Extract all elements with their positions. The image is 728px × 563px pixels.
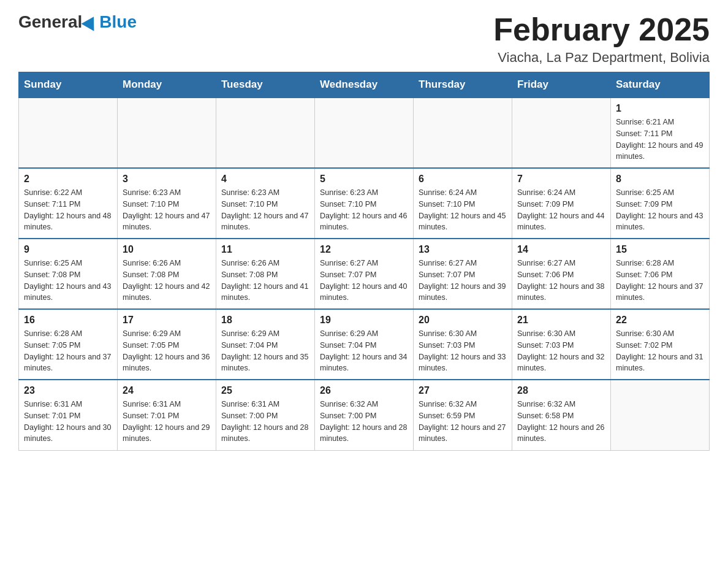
- calendar-cell: 14Sunrise: 6:27 AMSunset: 7:06 PMDayligh…: [512, 239, 611, 309]
- day-number: 20: [419, 315, 507, 326]
- calendar-cell: 8Sunrise: 6:25 AMSunset: 7:09 PMDaylight…: [611, 168, 710, 239]
- calendar-cell: 5Sunrise: 6:23 AMSunset: 7:10 PMDaylight…: [315, 168, 414, 239]
- day-number: 6: [419, 174, 507, 185]
- logo: General Blue: [18, 12, 137, 32]
- calendar-header-saturday: Saturday: [611, 72, 710, 98]
- day-number: 15: [616, 244, 704, 255]
- calendar-week-row: 9Sunrise: 6:25 AMSunset: 7:08 PMDaylight…: [19, 239, 710, 309]
- day-info: Sunrise: 6:32 AMSunset: 6:58 PMDaylight:…: [517, 399, 605, 445]
- day-info: Sunrise: 6:31 AMSunset: 7:01 PMDaylight:…: [123, 399, 211, 445]
- day-number: 26: [320, 385, 408, 396]
- calendar-cell: 3Sunrise: 6:23 AMSunset: 7:10 PMDaylight…: [118, 168, 216, 239]
- day-info: Sunrise: 6:30 AMSunset: 7:03 PMDaylight:…: [419, 328, 507, 374]
- calendar-cell: 26Sunrise: 6:32 AMSunset: 7:00 PMDayligh…: [315, 380, 414, 450]
- day-info: Sunrise: 6:27 AMSunset: 7:06 PMDaylight:…: [517, 258, 605, 304]
- day-info: Sunrise: 6:29 AMSunset: 7:04 PMDaylight:…: [320, 328, 408, 374]
- day-number: 19: [320, 315, 408, 326]
- calendar-cell: 2Sunrise: 6:22 AMSunset: 7:11 PMDaylight…: [19, 168, 118, 239]
- calendar-header-row: SundayMondayTuesdayWednesdayThursdayFrid…: [19, 72, 710, 98]
- day-number: 8: [616, 174, 704, 185]
- day-info: Sunrise: 6:31 AMSunset: 7:00 PMDaylight:…: [221, 399, 309, 445]
- day-number: 10: [123, 244, 211, 255]
- calendar-cell: 24Sunrise: 6:31 AMSunset: 7:01 PMDayligh…: [118, 380, 216, 450]
- day-number: 16: [24, 315, 112, 326]
- title-block: February 2025 Viacha, La Paz Department,…: [493, 12, 710, 66]
- day-number: 13: [419, 244, 507, 255]
- day-info: Sunrise: 6:25 AMSunset: 7:09 PMDaylight:…: [616, 187, 704, 233]
- day-info: Sunrise: 6:27 AMSunset: 7:07 PMDaylight:…: [320, 258, 408, 304]
- calendar-cell: 1Sunrise: 6:21 AMSunset: 7:11 PMDaylight…: [611, 98, 710, 168]
- calendar-week-row: 2Sunrise: 6:22 AMSunset: 7:11 PMDaylight…: [19, 168, 710, 239]
- page-header: General Blue February 2025 Viacha, La Pa…: [18, 12, 710, 66]
- calendar-cell: 16Sunrise: 6:28 AMSunset: 7:05 PMDayligh…: [19, 309, 118, 380]
- day-info: Sunrise: 6:30 AMSunset: 7:02 PMDaylight:…: [616, 328, 704, 374]
- calendar-cell: 4Sunrise: 6:23 AMSunset: 7:10 PMDaylight…: [216, 168, 315, 239]
- day-info: Sunrise: 6:31 AMSunset: 7:01 PMDaylight:…: [24, 399, 112, 445]
- month-title: February 2025: [493, 12, 710, 47]
- calendar-cell: [414, 98, 512, 168]
- day-number: 5: [320, 174, 408, 185]
- day-number: 24: [123, 385, 211, 396]
- day-info: Sunrise: 6:25 AMSunset: 7:08 PMDaylight:…: [24, 258, 112, 304]
- day-info: Sunrise: 6:28 AMSunset: 7:06 PMDaylight:…: [616, 258, 704, 304]
- calendar-cell: [118, 98, 216, 168]
- calendar-cell: 13Sunrise: 6:27 AMSunset: 7:07 PMDayligh…: [414, 239, 512, 309]
- calendar-cell: [19, 98, 118, 168]
- day-info: Sunrise: 6:23 AMSunset: 7:10 PMDaylight:…: [320, 187, 408, 233]
- day-info: Sunrise: 6:29 AMSunset: 7:05 PMDaylight:…: [123, 328, 211, 374]
- calendar-cell: 25Sunrise: 6:31 AMSunset: 7:00 PMDayligh…: [216, 380, 315, 450]
- day-number: 7: [517, 174, 605, 185]
- day-number: 25: [221, 385, 309, 396]
- day-number: 17: [123, 315, 211, 326]
- day-number: 3: [123, 174, 211, 185]
- day-info: Sunrise: 6:24 AMSunset: 7:09 PMDaylight:…: [517, 187, 605, 233]
- day-number: 21: [517, 315, 605, 326]
- day-info: Sunrise: 6:30 AMSunset: 7:03 PMDaylight:…: [517, 328, 605, 374]
- day-number: 18: [221, 315, 309, 326]
- calendar-cell: 27Sunrise: 6:32 AMSunset: 6:59 PMDayligh…: [414, 380, 512, 450]
- calendar-week-row: 1Sunrise: 6:21 AMSunset: 7:11 PMDaylight…: [19, 98, 710, 168]
- calendar-cell: 6Sunrise: 6:24 AMSunset: 7:10 PMDaylight…: [414, 168, 512, 239]
- day-info: Sunrise: 6:29 AMSunset: 7:04 PMDaylight:…: [221, 328, 309, 374]
- location-title: Viacha, La Paz Department, Bolivia: [493, 50, 710, 66]
- day-number: 14: [517, 244, 605, 255]
- day-number: 22: [616, 315, 704, 326]
- day-number: 9: [24, 244, 112, 255]
- calendar-header-wednesday: Wednesday: [315, 72, 414, 98]
- day-number: 28: [517, 385, 605, 396]
- day-info: Sunrise: 6:22 AMSunset: 7:11 PMDaylight:…: [24, 187, 112, 233]
- calendar-cell: 22Sunrise: 6:30 AMSunset: 7:02 PMDayligh…: [611, 309, 710, 380]
- day-info: Sunrise: 6:28 AMSunset: 7:05 PMDaylight:…: [24, 328, 112, 374]
- calendar-cell: 10Sunrise: 6:26 AMSunset: 7:08 PMDayligh…: [118, 239, 216, 309]
- calendar-cell: 19Sunrise: 6:29 AMSunset: 7:04 PMDayligh…: [315, 309, 414, 380]
- logo-general: General: [18, 12, 82, 32]
- calendar-table: SundayMondayTuesdayWednesdayThursdayFrid…: [18, 72, 710, 451]
- calendar-cell: [611, 380, 710, 450]
- day-number: 23: [24, 385, 112, 396]
- logo-triangle-icon: [82, 13, 100, 31]
- calendar-cell: 20Sunrise: 6:30 AMSunset: 7:03 PMDayligh…: [414, 309, 512, 380]
- calendar-cell: 15Sunrise: 6:28 AMSunset: 7:06 PMDayligh…: [611, 239, 710, 309]
- day-info: Sunrise: 6:26 AMSunset: 7:08 PMDaylight:…: [221, 258, 309, 304]
- day-number: 12: [320, 244, 408, 255]
- calendar-cell: 18Sunrise: 6:29 AMSunset: 7:04 PMDayligh…: [216, 309, 315, 380]
- day-number: 2: [24, 174, 112, 185]
- calendar-cell: [216, 98, 315, 168]
- calendar-cell: 28Sunrise: 6:32 AMSunset: 6:58 PMDayligh…: [512, 380, 611, 450]
- calendar-cell: 11Sunrise: 6:26 AMSunset: 7:08 PMDayligh…: [216, 239, 315, 309]
- calendar-cell: 9Sunrise: 6:25 AMSunset: 7:08 PMDaylight…: [19, 239, 118, 309]
- day-info: Sunrise: 6:23 AMSunset: 7:10 PMDaylight:…: [221, 187, 309, 233]
- calendar-cell: 23Sunrise: 6:31 AMSunset: 7:01 PMDayligh…: [19, 380, 118, 450]
- logo-blue: Blue: [99, 12, 137, 32]
- calendar-cell: 7Sunrise: 6:24 AMSunset: 7:09 PMDaylight…: [512, 168, 611, 239]
- calendar-cell: 12Sunrise: 6:27 AMSunset: 7:07 PMDayligh…: [315, 239, 414, 309]
- day-info: Sunrise: 6:24 AMSunset: 7:10 PMDaylight:…: [419, 187, 507, 233]
- day-info: Sunrise: 6:32 AMSunset: 7:00 PMDaylight:…: [320, 399, 408, 445]
- calendar-header-monday: Monday: [118, 72, 216, 98]
- calendar-cell: [512, 98, 611, 168]
- calendar-cell: [315, 98, 414, 168]
- day-info: Sunrise: 6:26 AMSunset: 7:08 PMDaylight:…: [123, 258, 211, 304]
- calendar-header-sunday: Sunday: [19, 72, 118, 98]
- calendar-header-thursday: Thursday: [414, 72, 512, 98]
- calendar-week-row: 16Sunrise: 6:28 AMSunset: 7:05 PMDayligh…: [19, 309, 710, 380]
